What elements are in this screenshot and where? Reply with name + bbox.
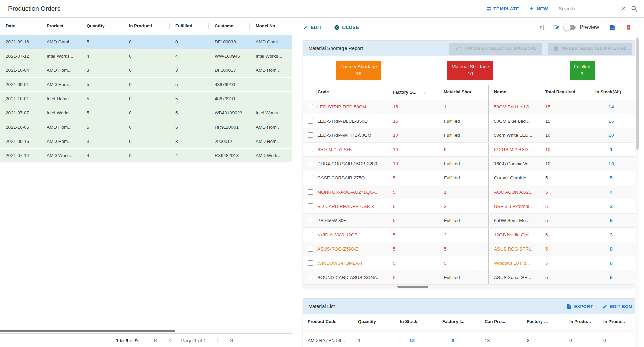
column-header-can-produce[interactable]: Can Pro... (485, 314, 527, 329)
column-header-date[interactable]: Date (0, 18, 41, 35)
export-button[interactable]: EXPORT (566, 304, 593, 309)
edit-bom-button-label: EDIT BOM (610, 304, 632, 309)
column-header-product-code[interactable]: Product Code (308, 314, 358, 329)
column-header-fulfilled[interactable]: Fulfilled ... (170, 18, 209, 35)
order-row[interactable]: 2021-10-04 AMD Hom... 3 0 3 DF100017 AMD… (0, 63, 292, 78)
column-header-quantity[interactable]: Quantity (358, 314, 400, 329)
in-stock-link[interactable]: 1 (594, 143, 638, 156)
first-page-button[interactable] (153, 338, 158, 343)
edit-button[interactable]: EDIT (303, 25, 322, 30)
column-header-factory-shortage[interactable]: Factory S...↓ (391, 85, 442, 100)
row-checkbox[interactable] (308, 218, 313, 223)
next-page-button[interactable] (215, 338, 220, 343)
order-row[interactable]: 2021-09-01 AMD Hom... 5 0 5 48679910 (0, 78, 292, 92)
order-customer: 48679910 (209, 92, 250, 106)
in-stock-link[interactable]: 14 (594, 100, 638, 114)
column-header-in-production-2[interactable]: In Produ... (603, 314, 638, 329)
row-checkbox[interactable] (308, 118, 313, 124)
row-checkbox[interactable] (308, 132, 313, 138)
in-stock-link[interactable]: 2 (594, 199, 638, 213)
template-button[interactable]: TEMPLATE (486, 6, 519, 12)
order-row[interactable]: 2021-09-16 AMD Hom... 3 0 3 2900012 AMD … (0, 134, 292, 149)
order-selected-material-button[interactable]: ORDER SELECTED MATERIAL (548, 43, 632, 55)
order-row[interactable]: 2021-10-05 AMD Hom... 5 0 5 HR9110001 AM… (0, 120, 292, 134)
order-in-production: 0 (123, 78, 170, 91)
orders-horizontal-scrollbar-thumb[interactable] (0, 330, 175, 332)
column-header-in-stock-all[interactable]: In Stock(All) (594, 85, 638, 100)
row-checkbox[interactable] (308, 104, 313, 109)
column-header-factory[interactable]: Factory ... (527, 314, 569, 329)
order-model: Intel Works... (250, 106, 292, 120)
row-checkbox[interactable] (308, 260, 313, 266)
edit-note-icon[interactable] (553, 24, 560, 31)
total-required-value: 10 (543, 157, 594, 171)
in-stock-link[interactable]: 4 (594, 185, 638, 199)
row-checkbox[interactable] (308, 147, 313, 152)
shortage-card-header: Material Shortage Report TRANSFER SELECT… (303, 41, 638, 56)
row-checkbox[interactable] (308, 232, 313, 237)
in-stock-link[interactable]: 5 (594, 270, 638, 284)
in-stock-link[interactable]: 10 (594, 157, 638, 171)
panel-vertical-scrollbar-thumb[interactable] (636, 38, 639, 150)
order-product: AMD Work... (41, 149, 81, 162)
column-header-factory-inventory[interactable]: Factory I... (442, 314, 485, 329)
row-checkbox[interactable] (308, 189, 313, 195)
new-button[interactable]: NEW (529, 6, 548, 12)
factory-shortage-value: 5 (391, 199, 442, 213)
material-code: MONITOR-AOC-AG271QG-... (316, 185, 391, 199)
edit-bom-button[interactable]: EDIT BOM (602, 304, 632, 309)
column-header-customer[interactable]: Custome... (209, 18, 250, 35)
order-row[interactable]: 2021-09-16 AMD Gami... 5 0 0 DF100038 AM… (0, 35, 292, 49)
column-header-in-production-1[interactable]: In Produ... (569, 314, 603, 329)
in-stock-link[interactable]: 5 (594, 214, 638, 227)
page-word: Page (181, 338, 193, 343)
pagination-to: 9 (126, 338, 128, 343)
column-header-quantity[interactable]: Quantity (81, 18, 123, 35)
transfer-selected-material-button[interactable]: TRANSFER SELECTED MATERIAL (449, 43, 542, 55)
page-count: 1 (203, 338, 206, 343)
in-stock-link[interactable]: 0 (594, 256, 638, 270)
search-input[interactable] (558, 4, 617, 13)
order-row[interactable]: 2021-07-07 Intel Works... 5 0 5 WB431890… (0, 106, 292, 120)
column-header-in-stock[interactable]: In Stock (400, 314, 442, 329)
previous-page-button[interactable] (167, 338, 172, 343)
in-stock-link[interactable]: 5 (594, 171, 638, 185)
in-stock-link[interactable]: 15 (594, 114, 638, 128)
column-header-product[interactable]: Product (41, 18, 81, 35)
column-header-name[interactable]: Name (488, 85, 543, 100)
search-icon[interactable] (631, 5, 638, 13)
column-header-model-no[interactable]: Model No (250, 18, 292, 35)
column-header-code[interactable]: Code (316, 85, 391, 100)
close-button[interactable]: CLOSE (334, 25, 359, 30)
in-stock-link[interactable]: 3 (594, 228, 638, 242)
shortage-horizontal-scrollbar-thumb[interactable] (397, 286, 428, 288)
last-page-button[interactable] (229, 338, 234, 343)
factory-shortage-value: 5 (391, 270, 442, 284)
in-stock-link[interactable]: 0 (594, 242, 638, 256)
column-header-material-shortage[interactable]: Material Shor... (442, 85, 488, 100)
order-in-production: 0 (123, 120, 170, 134)
row-checkbox[interactable] (308, 203, 313, 209)
row-checkbox[interactable] (308, 161, 313, 166)
in-stock-link[interactable]: 18 (400, 333, 442, 347)
material-shortage-value: Fulfilled (442, 214, 488, 227)
pdf-icon[interactable] (609, 24, 616, 31)
order-row[interactable]: 2021-07-12 Intel Works... 4 0 4 WW-10094… (0, 49, 292, 63)
delete-icon[interactable] (626, 24, 632, 31)
order-row[interactable]: 2021-07-14 AMD Work... 4 0 4 RX9482013 A… (0, 149, 292, 163)
total-required-value: 5 (543, 242, 594, 256)
contact-page-icon[interactable] (538, 24, 545, 31)
row-checkbox[interactable] (308, 275, 313, 280)
status-badge: Fulfilled 3 (570, 61, 595, 80)
row-checkbox[interactable] (308, 175, 313, 180)
column-header-total-required[interactable]: Total Required (543, 85, 594, 100)
in-stock-link[interactable]: 10 (594, 128, 638, 142)
shopping-bag-icon (553, 46, 559, 51)
factory-inventory-link[interactable]: 8 (442, 333, 485, 347)
row-checkbox[interactable] (308, 246, 313, 252)
column-header-in-production[interactable]: In Producti... (123, 18, 170, 35)
clear-search-icon[interactable] (621, 6, 626, 12)
preview-toggle[interactable] (564, 25, 576, 30)
order-in-production: 0 (123, 106, 170, 120)
order-row[interactable]: 2021-10-01 Intel Home... 5 0 5 48679910 (0, 92, 292, 106)
